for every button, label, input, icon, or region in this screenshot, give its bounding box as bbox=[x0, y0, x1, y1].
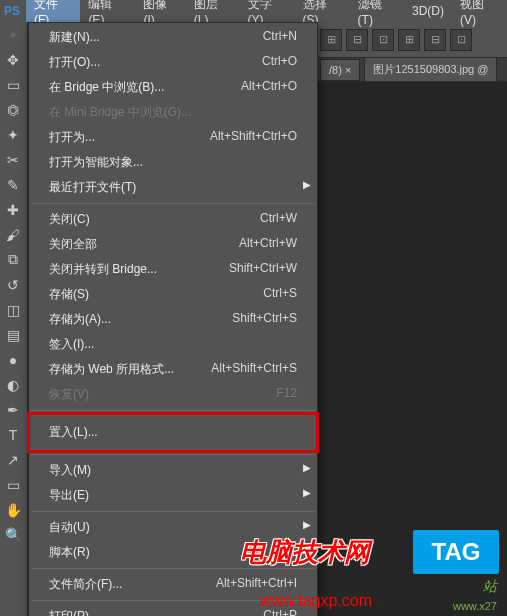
eraser-tool-icon[interactable]: ◫ bbox=[0, 297, 26, 322]
shape-tool-icon[interactable]: ▭ bbox=[0, 472, 26, 497]
menu-save-for-web[interactable]: 存储为 Web 所用格式...Alt+Shift+Ctrl+S bbox=[29, 357, 317, 382]
dodge-tool-icon[interactable]: ◐ bbox=[0, 372, 26, 397]
menubar: PS 文件(F) 编辑(E) 图像(I) 图层(L) 文字(Y) 选择(S) 滤… bbox=[0, 0, 507, 22]
menu-browse-mini-bridge: 在 Mini Bridge 中浏览(G)... bbox=[29, 100, 317, 125]
document-tab-2-label: 图片1251509803.jpg @ bbox=[373, 63, 488, 75]
crop-tool-icon[interactable]: ✂ bbox=[0, 147, 26, 172]
document-tab-2[interactable]: 图片1251509803.jpg @ bbox=[364, 57, 497, 82]
pen-tool-icon[interactable]: ✒ bbox=[0, 397, 26, 422]
submenu-arrow-icon: ▶ bbox=[303, 462, 311, 473]
path-tool-icon[interactable]: ↗ bbox=[0, 447, 26, 472]
move-tool-icon[interactable]: ✥ bbox=[0, 47, 26, 72]
arrange-icon-4[interactable]: ⊞ bbox=[398, 29, 420, 51]
healing-tool-icon[interactable]: ✚ bbox=[0, 197, 26, 222]
history-brush-icon[interactable]: ↺ bbox=[0, 272, 26, 297]
menu-save[interactable]: 存储(S)Ctrl+S bbox=[29, 282, 317, 307]
menu-separator bbox=[31, 410, 315, 411]
menu-open[interactable]: 打开(O)...Ctrl+O bbox=[29, 50, 317, 75]
menu-3d[interactable]: 3D(D) bbox=[404, 1, 452, 21]
arrange-icon-5[interactable]: ⊟ bbox=[424, 29, 446, 51]
submenu-arrow-icon: ▶ bbox=[303, 179, 311, 190]
menu-recent-files[interactable]: 最近打开文件(T)▶ bbox=[29, 175, 317, 200]
hand-tool-icon[interactable]: ✋ bbox=[0, 497, 26, 522]
menu-close[interactable]: 关闭(C)Ctrl+W bbox=[29, 207, 317, 232]
arrange-icon-6[interactable]: ⊡ bbox=[450, 29, 472, 51]
arrange-icon-2[interactable]: ⊟ bbox=[346, 29, 368, 51]
submenu-arrow-icon: ▶ bbox=[303, 519, 311, 530]
submenu-arrow-icon: ▶ bbox=[303, 487, 311, 498]
tag-badge: TAG bbox=[413, 530, 499, 574]
app-icon: PS bbox=[2, 4, 22, 18]
menu-browse-bridge[interactable]: 在 Bridge 中浏览(B)...Alt+Ctrl+O bbox=[29, 75, 317, 100]
menu-open-as[interactable]: 打开为...Alt+Shift+Ctrl+O bbox=[29, 125, 317, 150]
menu-close-bridge[interactable]: 关闭并转到 Bridge...Shift+Ctrl+W bbox=[29, 257, 317, 282]
document-tab-1[interactable]: /8) × bbox=[320, 59, 360, 81]
menu-save-as[interactable]: 存储为(A)...Shift+Ctrl+S bbox=[29, 307, 317, 332]
type-tool-icon[interactable]: T bbox=[0, 422, 26, 447]
menu-export[interactable]: 导出(E)▶ bbox=[29, 483, 317, 508]
menu-revert: 恢复(V)F12 bbox=[29, 382, 317, 407]
lasso-tool-icon[interactable]: ⏣ bbox=[0, 97, 26, 122]
watermark-text: 电脑技术网 bbox=[240, 535, 370, 570]
menu-separator bbox=[31, 203, 315, 204]
arrange-icon-1[interactable]: ⊞ bbox=[320, 29, 342, 51]
tool-strip: » ✥ ▭ ⏣ ✦ ✂ ✎ ✚ 🖌 ⧉ ↺ ◫ ▤ ● ◐ ✒ T ↗ ▭ ✋ … bbox=[0, 22, 28, 616]
menu-new[interactable]: 新建(N)...Ctrl+N bbox=[29, 25, 317, 50]
menu-place[interactable]: 置入(L)... bbox=[29, 414, 317, 451]
document-tab-1-label: /8) × bbox=[329, 64, 351, 76]
menu-import[interactable]: 导入(M)▶ bbox=[29, 458, 317, 483]
menu-check-in[interactable]: 签入(I)... bbox=[29, 332, 317, 357]
tag-sub: 站 bbox=[483, 578, 497, 596]
gradient-tool-icon[interactable]: ▤ bbox=[0, 322, 26, 347]
menu-separator bbox=[31, 511, 315, 512]
menu-separator bbox=[31, 454, 315, 455]
arrange-icon-3[interactable]: ⊡ bbox=[372, 29, 394, 51]
zoom-tool-icon[interactable]: 🔍 bbox=[0, 522, 26, 547]
watermark-url: www.tagxp.com bbox=[260, 592, 372, 610]
menu-close-all[interactable]: 关闭全部Alt+Ctrl+W bbox=[29, 232, 317, 257]
tool-handle-icon[interactable]: » bbox=[0, 22, 26, 47]
stamp-tool-icon[interactable]: ⧉ bbox=[0, 247, 26, 272]
tag-url: www.x27 bbox=[453, 600, 497, 612]
menu-open-smart-object[interactable]: 打开为智能对象... bbox=[29, 150, 317, 175]
marquee-tool-icon[interactable]: ▭ bbox=[0, 72, 26, 97]
menu-filter[interactable]: 滤镜(T) bbox=[350, 0, 404, 30]
eyedropper-tool-icon[interactable]: ✎ bbox=[0, 172, 26, 197]
brush-tool-icon[interactable]: 🖌 bbox=[0, 222, 26, 247]
file-menu-dropdown: 新建(N)...Ctrl+N 打开(O)...Ctrl+O 在 Bridge 中… bbox=[28, 22, 318, 616]
wand-tool-icon[interactable]: ✦ bbox=[0, 122, 26, 147]
blur-tool-icon[interactable]: ● bbox=[0, 347, 26, 372]
menu-view[interactable]: 视图(V) bbox=[452, 0, 507, 30]
